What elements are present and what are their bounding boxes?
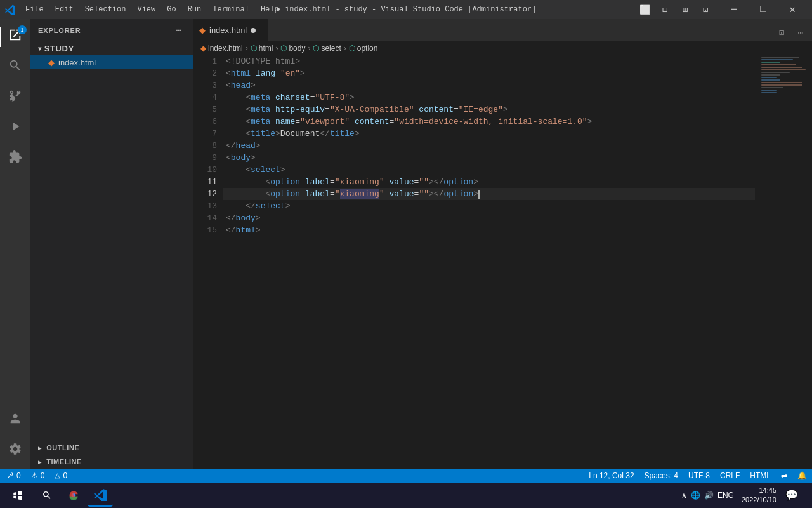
taskbar-vscode[interactable] (88, 484, 113, 507)
network-icon: 🌐 (691, 491, 700, 500)
line-num-8: 8 (198, 140, 217, 152)
svg-rect-13 (761, 90, 777, 91)
activity-source-control[interactable] (0, 83, 30, 113)
explorer-badge: 1 (18, 25, 27, 34)
menu-run[interactable]: Run (183, 4, 207, 15)
svg-rect-8 (761, 77, 777, 78)
editor-content[interactable]: 1 2 3 4 5 6 7 8 9 10 11 12 13 14 15 <!DO… (193, 55, 812, 469)
status-position[interactable]: Ln 12, Col 32 (584, 469, 639, 483)
activity-account[interactable] (0, 405, 30, 436)
sidebar-bottom: ▸ OUTLINE ▸ TIMELINE (30, 441, 193, 469)
code-line-1: <!DOCTYPE html> (223, 55, 755, 67)
taskbar-start-button[interactable] (3, 484, 33, 507)
code-line-8: </head> (223, 140, 755, 152)
warning-icon: ⚠ (31, 471, 38, 480)
tab-indexhtml[interactable]: ◆ index.html (193, 19, 269, 41)
code-line-13: </select> (223, 200, 755, 212)
extensions-icon (8, 150, 22, 168)
status-encoding[interactable]: UTF-8 (683, 469, 715, 483)
taskbar-search[interactable] (34, 484, 60, 507)
tab-bar: ◆ index.html ⊡ ⋯ (193, 19, 812, 41)
chevron-right-icon2: ▸ (38, 458, 42, 465)
more-actions-icon[interactable]: ⋯ (792, 23, 809, 41)
menu-selection[interactable]: Selection (80, 4, 131, 15)
line-num-15: 15 (198, 224, 217, 236)
line-numbers: 1 2 3 4 5 6 7 8 9 10 11 12 13 14 15 (193, 55, 223, 469)
chevron-right-icon: ▸ (38, 444, 42, 451)
menu-edit[interactable]: Edit (50, 4, 79, 15)
code-line-10: <select> (223, 164, 755, 176)
breadcrumb-indexhtml[interactable]: ◆ index.html (200, 44, 243, 53)
menu-view[interactable]: View (132, 4, 160, 15)
status-info-count: 0 (63, 471, 67, 480)
code-line-2: <html lang="en"> (223, 67, 755, 79)
breadcrumb-body[interactable]: ⬡ body (280, 44, 305, 53)
status-language-label: HTML (750, 471, 771, 480)
status-info[interactable]: △ 0 (49, 469, 72, 483)
split-editor-icon[interactable]: ⬜ (636, 3, 653, 17)
status-spaces[interactable]: Spaces: 4 (639, 469, 683, 483)
tab-bar-actions: ⊡ ⋯ (770, 23, 812, 41)
app-body: 1 (0, 19, 812, 469)
breadcrumb-select[interactable]: ⬡ select (313, 44, 341, 53)
activity-explorer[interactable]: 1 (0, 22, 30, 52)
menu-go[interactable]: Go (162, 4, 181, 15)
sidebar-outline[interactable]: ▸ OUTLINE (30, 441, 193, 455)
vscode-taskbar-icon (94, 488, 107, 501)
search-icon (8, 58, 22, 77)
breadcrumb-option[interactable]: ⬡ option (349, 44, 378, 53)
svg-rect-12 (761, 87, 783, 88)
activity-extensions[interactable] (0, 144, 30, 174)
taskbar: ∧ 🌐 🔊 ENG 14:45 2022/10/10 💬 (0, 483, 812, 508)
activity-run-debug[interactable] (0, 113, 30, 144)
status-branch[interactable]: ⎇ 0 (0, 469, 26, 483)
breadcrumb-option-icon: ⬡ (349, 44, 355, 53)
tree-file-indexhtml[interactable]: ◆ index.html (30, 55, 193, 69)
status-language[interactable]: HTML (745, 469, 776, 483)
titlebar-icons: ⬜ ⊟ ⊞ ⊡ (636, 3, 714, 17)
activity-settings[interactable] (0, 436, 30, 466)
bell-icon: 🔔 (797, 471, 807, 480)
status-indent[interactable]: ⇌ (776, 469, 792, 483)
activity-search[interactable] (0, 52, 30, 83)
breadcrumb-html-label: html (259, 44, 273, 53)
breadcrumb-html[interactable]: ⬡ html (251, 44, 273, 53)
breadcrumb-html-icon: ⬡ (251, 44, 257, 53)
line-num-4: 4 (198, 91, 217, 104)
customize-icon[interactable]: ⊡ (697, 3, 714, 17)
line-num-6: 6 (198, 116, 217, 128)
file-tree: ▾ STUDY ◆ index.html (30, 41, 193, 441)
status-eol[interactable]: CRLF (715, 469, 745, 483)
svg-rect-6 (761, 72, 790, 73)
tree-root-study[interactable]: ▾ STUDY (30, 41, 193, 55)
layout-icon[interactable]: ⊟ (656, 3, 674, 17)
minimize-button[interactable]: ─ (719, 0, 749, 19)
systray-up-icon[interactable]: ∧ (681, 491, 687, 500)
html-file-icon: ◆ (48, 58, 55, 67)
text-cursor (478, 190, 480, 199)
new-file-icon[interactable]: ⋯ (173, 24, 185, 37)
status-warnings[interactable]: ⚠ 0 (26, 469, 50, 483)
status-notifications[interactable]: 🔔 (792, 469, 812, 483)
close-button[interactable]: ✕ (778, 0, 807, 19)
menu-file[interactable]: File (20, 4, 49, 15)
breadcrumb-option-label: option (357, 44, 378, 53)
code-line-3: <head> (223, 79, 755, 91)
svg-rect-1 (761, 59, 793, 60)
menu-terminal[interactable]: Terminal (207, 4, 254, 15)
split-editor-right-icon[interactable]: ⊡ (773, 23, 790, 41)
taskbar-clock[interactable]: 14:45 2022/10/10 (742, 486, 776, 505)
code-line-4: <meta charset="UTF-8"> (223, 91, 755, 104)
minimap (755, 55, 812, 469)
breadcrumb-body-icon: ⬡ (280, 44, 287, 53)
sidebar-timeline[interactable]: ▸ TIMELINE (30, 455, 193, 469)
breadcrumb-file-icon: ◆ (200, 44, 206, 53)
breadcrumb: ◆ index.html › ⬡ html › ⬡ body › ⬡ selec… (193, 41, 812, 55)
taskbar-chrome[interactable] (61, 484, 86, 507)
layout2-icon[interactable]: ⊞ (676, 3, 694, 17)
maximize-button[interactable]: □ (749, 0, 778, 19)
code-area[interactable]: <!DOCTYPE html> <html lang="en"> <head> … (223, 55, 755, 469)
svg-rect-9 (761, 79, 780, 81)
taskbar-notification[interactable]: 💬 (779, 484, 804, 507)
windows-logo-icon (12, 490, 23, 501)
